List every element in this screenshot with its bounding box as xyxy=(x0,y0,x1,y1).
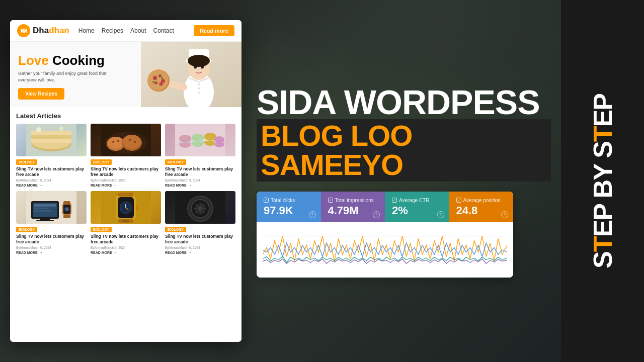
article-card: BIOLOGY Sling TV now lets customers play… xyxy=(91,191,161,254)
svg-point-64 xyxy=(65,208,68,211)
website-mockup: 🍽 Dhadhan Home Recipes About Contact Rea… xyxy=(10,20,242,342)
svg-point-29 xyxy=(60,128,62,130)
article-card: BIOLOGY Sling TV now lets customers play… xyxy=(91,124,161,187)
article-headline-6: Sling TV now lets customers play free ar… xyxy=(165,234,235,245)
nav-links: Home Recipes About Contact xyxy=(78,27,194,34)
article-readmore-1[interactable]: READ MORE → xyxy=(16,184,87,187)
metric-checkbox-position xyxy=(456,198,461,203)
article-headline-3: Sling TV now lets customers play free ar… xyxy=(165,166,235,177)
metric-checkbox-impressions xyxy=(328,198,333,203)
nav-about[interactable]: About xyxy=(130,27,146,34)
article-image-2 xyxy=(91,124,161,156)
article-card: BIOLOGY Sling TV now lets customers play… xyxy=(165,191,235,254)
article-readmore-2[interactable]: READ MORE → xyxy=(91,184,161,187)
articles-grid: BIOLOGY Sling TV now lets customers play… xyxy=(16,124,235,254)
svg-point-89 xyxy=(196,212,198,213)
svg-point-39 xyxy=(134,141,136,143)
svg-point-38 xyxy=(129,139,131,141)
svg-point-82 xyxy=(198,206,203,211)
article-card: BIOLOGY Sling TV now lets customers play… xyxy=(16,191,87,254)
hero-title: Love Cooking xyxy=(18,53,233,68)
metric-total-impressions: Total impressions 4.79M ? xyxy=(321,192,385,222)
article-meta-4: ByAhmadMarch 6, 2024 xyxy=(16,246,87,249)
metric-avg-position: Average position 24.8 ? xyxy=(449,192,514,222)
hero-title-love: Love xyxy=(18,53,49,68)
article-image-5 xyxy=(91,191,161,224)
article-headline-4: Sling TV now lets customers play free ar… xyxy=(16,234,87,245)
svg-rect-74 xyxy=(136,205,138,210)
svg-rect-58 xyxy=(34,210,52,212)
svg-rect-24 xyxy=(31,135,71,139)
hero-title-rest: Cooking xyxy=(49,53,105,68)
svg-point-83 xyxy=(196,205,198,206)
article-card: BIOLOGY Sling TV now lets customers play… xyxy=(16,124,87,187)
brand-logo: 🍽 Dhadhan xyxy=(17,24,69,37)
svg-rect-59 xyxy=(40,219,50,220)
svg-point-33 xyxy=(108,137,124,149)
metric-label-clicks: Total clicks xyxy=(264,198,314,203)
article-tag-2: BIOLOGY xyxy=(91,159,112,165)
metric-avg-ctr: Average CTR 2% ? xyxy=(385,192,449,222)
analytics-chart xyxy=(257,222,513,278)
analytics-panel: Total clicks 97.9K ? Total impressions 4… xyxy=(257,192,513,278)
article-headline-2: Sling TV now lets customers play free ar… xyxy=(91,166,161,177)
svg-rect-57 xyxy=(34,208,49,209)
hero-text: Love Cooking Gather your family and enjo… xyxy=(18,53,233,100)
nav-home[interactable]: Home xyxy=(78,27,95,34)
article-readmore-6[interactable]: READ MORE → xyxy=(165,251,235,254)
svg-point-85 xyxy=(203,205,205,206)
metric-value-position: 24.8 xyxy=(456,205,507,216)
hero-section: Love Cooking Gather your family and enjo… xyxy=(10,42,242,107)
article-meta-1: ByAhmadMarch 6, 2024 xyxy=(16,178,87,182)
main-content-area: 🍽 Dhadhan Home Recipes About Contact Rea… xyxy=(0,0,561,362)
svg-rect-23 xyxy=(31,139,71,143)
svg-rect-75 xyxy=(118,193,133,197)
svg-point-88 xyxy=(200,213,201,214)
right-stripe: STEP BY STEP xyxy=(561,0,644,362)
nav-contact[interactable]: Contact xyxy=(153,27,174,34)
step-text: STEP BY STEP xyxy=(588,94,617,268)
title-line1: SIDA WORDPESS xyxy=(257,85,551,119)
svg-point-43 xyxy=(179,135,191,143)
metric-value-impressions: 4.79M xyxy=(328,205,378,216)
main-title-block: SIDA WORDPESS BLOG LOO SAMEEYO xyxy=(257,85,551,182)
article-image-3 xyxy=(165,124,235,156)
analytics-metrics-row: Total clicks 97.9K ? Total impressions 4… xyxy=(257,192,513,222)
article-tag-4: BIOLOGY xyxy=(16,227,37,232)
svg-point-52 xyxy=(214,136,224,143)
right-content-area: SIDA WORDPESS BLOG LOO SAMEEYO Total cli… xyxy=(257,85,551,278)
metric-value-ctr: 2% xyxy=(392,205,442,216)
article-readmore-3[interactable]: READ MORE → xyxy=(165,184,235,187)
mockup-navbar: 🍽 Dhadhan Home Recipes About Contact Rea… xyxy=(10,20,242,42)
article-meta-6: ByAhmadMarch 6, 2024 xyxy=(165,246,235,249)
article-tag-6: BIOLOGY xyxy=(165,227,186,232)
metric-total-clicks: Total clicks 97.9K ? xyxy=(257,192,321,222)
metric-checkbox-ctr xyxy=(392,198,397,203)
svg-point-27 xyxy=(37,128,40,131)
metric-info-impressions: ? xyxy=(373,211,380,218)
step-by-step-label: STEP BY STEP xyxy=(590,94,616,268)
svg-point-90 xyxy=(195,208,196,210)
article-readmore-4[interactable]: READ MORE → xyxy=(16,251,87,254)
article-readmore-5[interactable]: READ MORE → xyxy=(91,251,161,254)
svg-rect-65 xyxy=(63,201,70,205)
article-tag-3: BIOLOGY xyxy=(165,159,186,165)
article-meta-2: ByAhmadMarch 6, 2024 xyxy=(91,178,161,182)
article-tag-5: BIOLOGY xyxy=(91,227,112,232)
article-headline-5: Sling TV now lets customers play free ar… xyxy=(91,234,161,245)
svg-rect-56 xyxy=(34,204,56,207)
metric-info-position: ? xyxy=(501,211,508,218)
metric-label-position: Average position xyxy=(456,198,507,203)
nav-cta-button[interactable]: Read more xyxy=(194,25,234,36)
svg-point-86 xyxy=(205,208,206,210)
metric-checkbox-clicks xyxy=(264,198,269,203)
svg-point-35 xyxy=(123,135,141,149)
article-meta-5: ByAhmadMarch 6, 2024 xyxy=(91,246,161,249)
nav-recipes[interactable]: Recipes xyxy=(102,27,123,34)
metric-info-ctr: ? xyxy=(437,211,444,218)
svg-rect-77 xyxy=(122,220,129,222)
hero-cta-button[interactable]: View Recipes xyxy=(18,88,64,100)
article-card: BIOLOGY Sling TV now lets customers play… xyxy=(165,124,235,187)
svg-point-37 xyxy=(117,140,119,142)
article-image-1 xyxy=(16,124,87,156)
